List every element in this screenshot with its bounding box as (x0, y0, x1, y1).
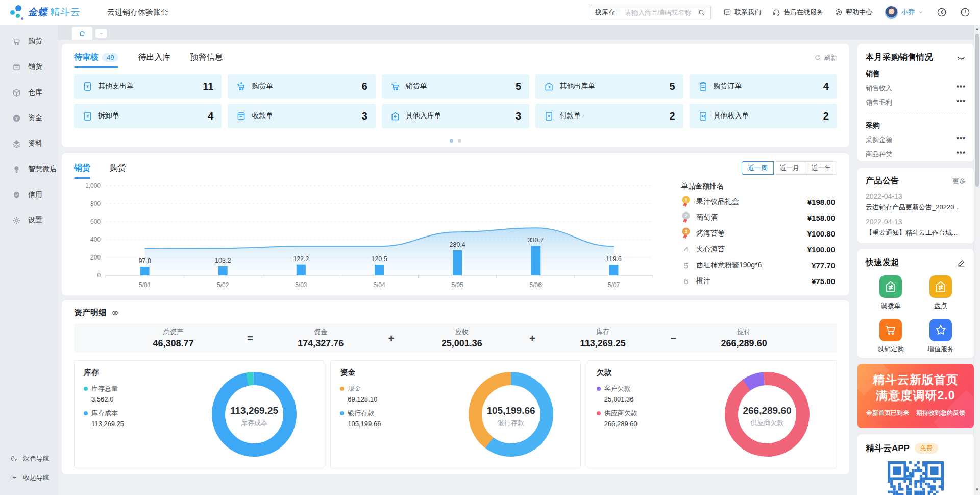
todo-card[interactable]: 其他入库单3 (382, 104, 529, 128)
todo-card[interactable]: ¥付款单2 (535, 104, 683, 128)
range-button-1[interactable]: 近一月 (773, 161, 805, 175)
monthly-stat-row: 销售收入*** (866, 84, 966, 93)
ranking-row[interactable]: 2葡萄酒¥158.00 (681, 213, 835, 223)
pagination-dot-1[interactable] (458, 139, 461, 143)
topbar-link-headset[interactable]: 售后在线服务 (772, 8, 823, 17)
ranking-row[interactable]: 4夹心海苔¥100.00 (681, 244, 835, 254)
survey-banner[interactable]: 精斗云新版首页 满意度调研2.0 全新首页已到来 期待收到您的反馈 (857, 364, 974, 428)
legend-dot-icon (340, 387, 344, 391)
avatar[interactable] (885, 6, 898, 19)
todo-card-label: 其他出库单 (559, 82, 595, 91)
todo-card[interactable]: #拆卸单4 (74, 104, 222, 128)
donut-chart-funds: 105,199.66银行存款 (466, 369, 556, 459)
summary-item: 应付266,289.60 (681, 327, 806, 349)
sidebar-item-yen-circle[interactable]: ¥资金 (0, 105, 58, 131)
sidebar-item-cube[interactable]: 仓库 (0, 80, 58, 105)
cart-plus-icon (236, 81, 247, 92)
sidebar-footer-moon[interactable]: 深色导航 (0, 449, 58, 468)
quick-action-house-swap[interactable]: 盘点 (929, 275, 952, 311)
refresh-button[interactable]: 刷新 (814, 53, 837, 67)
tab-list-caret[interactable] (95, 29, 107, 38)
eye-open-icon[interactable] (111, 309, 119, 317)
announcement-date: 2022-04-13 (866, 218, 966, 226)
range-button-0[interactable]: 近一周 (742, 161, 774, 175)
todo-tab-label: 预警信息 (190, 52, 223, 63)
todo-card-label: 拆卸单 (98, 111, 119, 121)
pagination-dot-0[interactable] (450, 139, 453, 143)
quick-action-cart[interactable]: 以销定购 (877, 319, 904, 354)
monthly-stat-label: 销售收入 (866, 84, 892, 93)
svg-text:#: # (86, 113, 89, 119)
summary-value: 113,269.25 (541, 338, 666, 349)
legend-label: 银行存款 (348, 409, 374, 418)
ranking-row[interactable]: 3烤海苔卷¥100.80 (681, 228, 835, 239)
todo-card-label: 购货单 (252, 82, 273, 91)
todo-card[interactable]: 购货单6 (228, 74, 375, 99)
ranking-title: 单品金额排名 (681, 182, 835, 191)
sidebar-item-label: 仓库 (28, 88, 42, 97)
sidebar-item-gear[interactable]: 设置 (0, 207, 58, 233)
home-tab[interactable] (72, 27, 92, 40)
todo-card[interactable]: 收款单3 (228, 104, 375, 128)
range-button-2[interactable]: 近一年 (805, 161, 837, 175)
house-out-icon (544, 81, 554, 92)
topbar-link-compass[interactable]: 帮助中心 (835, 8, 872, 17)
power-icon[interactable] (960, 7, 971, 18)
trend-tab-1[interactable]: 购货 (110, 163, 126, 179)
todo-card[interactable]: 销货单5 (382, 74, 529, 99)
legend-label: 供应商欠款 (604, 409, 638, 418)
todo-tab-badge: 49 (102, 53, 118, 62)
legend-label: 客户欠款 (604, 384, 631, 393)
app-logo[interactable]: 金蝶 精斗云 (9, 4, 81, 20)
trend-tab-0[interactable]: 销货 (74, 163, 90, 179)
sidebar-item-bulb[interactable]: 智慧微店 (0, 156, 58, 182)
todo-card[interactable]: ¥其他支出单11 (74, 74, 222, 99)
sidebar-item-shield[interactable]: 信用 (0, 182, 58, 207)
todo-card-label: 收款单 (252, 111, 273, 121)
inventory-search[interactable]: 搜库存 (590, 5, 711, 20)
ranking-row[interactable]: 1果汁饮品礼盒¥198.00 (681, 197, 835, 207)
scrollbar-thumb[interactable] (975, 34, 979, 187)
summary-item: 总资产46,308.77 (105, 327, 242, 349)
ranking-row[interactable]: 6橙汁¥75.00 (681, 276, 835, 286)
quick-action-house-swap[interactable]: 调拨单 (879, 275, 902, 311)
eye-closed-icon[interactable] (957, 53, 966, 62)
ranking-row[interactable]: 5西红柿意粉酱190g*6¥77.70 (681, 260, 835, 270)
quick-action-star[interactable]: 增值服务 (927, 319, 954, 354)
search-category[interactable]: 搜库存 (595, 8, 615, 17)
announcement-title[interactable]: 云进销存产品更新公告_20220... (866, 203, 966, 212)
rank-amount: ¥158.00 (807, 214, 835, 222)
announcement-title[interactable]: 【重要通知】精斗云工作台域... (866, 228, 966, 238)
todo-card-count: 11 (203, 81, 213, 92)
assets-panel: 资产明细 总资产46,308.77=资金174,327.76+应收25,001.… (62, 300, 849, 474)
todo-card[interactable]: 购货订单4 (690, 74, 837, 99)
topbar-link-chat[interactable]: 联系我们 (723, 8, 761, 17)
todo-card[interactable]: 其他出库单5 (535, 74, 683, 99)
doc-hash-icon: # (82, 111, 93, 122)
user-menu[interactable]: 小乔 (885, 6, 924, 19)
sidebar-item-cart[interactable]: 购货 (0, 29, 58, 54)
todo-tab-1[interactable]: 待出入库 (138, 52, 170, 68)
todo-card[interactable]: ¥其他收入单2 (690, 104, 837, 128)
todo-tab-0[interactable]: 待审核49 (74, 52, 118, 68)
compass-icon (835, 8, 843, 16)
scroll-up-arrow[interactable]: ▲ (974, 27, 980, 31)
sidebar-item-label: 智慧微店 (28, 164, 57, 174)
search-icon[interactable] (698, 9, 705, 16)
sidebar-item-box[interactable]: 销货 (0, 54, 58, 80)
left-sidebar: 购货销货仓库¥资金资料智慧微店信用设置 深色导航收起导航 (0, 25, 58, 495)
monthly-stat-value: *** (957, 98, 966, 107)
scroll-down-arrow[interactable]: ▼ (974, 487, 980, 492)
back-circle-icon[interactable] (936, 7, 947, 18)
asset-cards: 库存库存总量3,562.0库存成本113,269.25113,269.25库存成… (74, 360, 837, 468)
pencil-icon[interactable] (957, 258, 966, 268)
summary-label: 应付 (681, 327, 806, 337)
todo-card-label: 销货单 (406, 82, 427, 91)
sidebar-items: 购货销货仓库¥资金资料智慧微店信用设置 (0, 25, 58, 233)
more-link[interactable]: 更多 (952, 177, 966, 186)
search-input[interactable] (625, 9, 698, 16)
sidebar-footer-collapse[interactable]: 收起导航 (0, 468, 58, 487)
sidebar-item-layers[interactable]: 资料 (0, 131, 58, 156)
todo-tab-2[interactable]: 预警信息 (190, 52, 223, 68)
quick-actions-grid: 调拨单盘点以销定购增值服务 (866, 275, 966, 354)
